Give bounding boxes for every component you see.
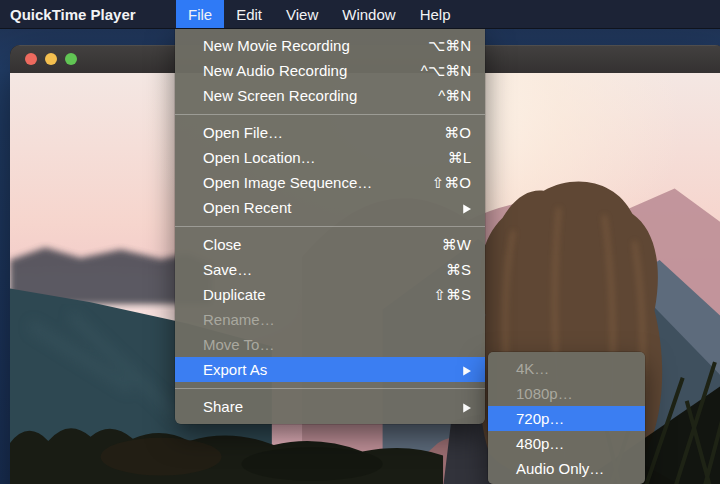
menu-item-label: Move To…	[203, 336, 471, 353]
menu-item-export-as[interactable]: Export As ▶	[175, 357, 485, 382]
menu-item-open-recent[interactable]: Open Recent ▶	[175, 195, 485, 220]
menubar-item-help[interactable]: Help	[408, 0, 463, 28]
close-button[interactable]	[25, 53, 37, 65]
menu-item-new-screen-recording[interactable]: New Screen Recording ^⌘N	[175, 83, 485, 108]
submenu-item-audio-only[interactable]: Audio Only…	[488, 456, 645, 481]
submenu-arrow-icon: ▶	[463, 201, 471, 214]
menu-item-open-location[interactable]: Open Location… ⌘L	[175, 145, 485, 170]
menu-item-label: Open Location…	[203, 149, 436, 166]
menu-item-open-image-sequence[interactable]: Open Image Sequence… ⇧⌘O	[175, 170, 485, 195]
menu-item-label: 720p…	[516, 410, 631, 427]
menu-separator	[175, 388, 485, 389]
menubar-item-view[interactable]: View	[274, 0, 330, 28]
menu-item-label: 480p…	[516, 435, 631, 452]
menu-item-label: New Movie Recording	[203, 37, 416, 54]
menu-item-label: New Screen Recording	[203, 87, 426, 104]
submenu-arrow-icon: ▶	[463, 400, 471, 413]
menu-item-duplicate[interactable]: Duplicate ⇧⌘S	[175, 282, 485, 307]
menu-item-shortcut: ⇧⌘O	[432, 174, 471, 192]
menu-item-label: Rename…	[203, 311, 471, 328]
menu-item-label: Close	[203, 236, 430, 253]
menu-item-label: 1080p…	[516, 385, 631, 402]
menu-item-shortcut: ^⌘N	[438, 87, 471, 105]
submenu-item-720p[interactable]: 720p…	[488, 406, 645, 431]
submenu-item-4k: 4K…	[488, 356, 645, 381]
menubar-item-edit[interactable]: Edit	[224, 0, 274, 28]
menu-item-label: Save…	[203, 261, 434, 278]
menu-separator	[175, 226, 485, 227]
submenu-arrow-icon: ▶	[463, 363, 471, 376]
menu-item-save[interactable]: Save… ⌘S	[175, 257, 485, 282]
menu-item-label: Duplicate	[203, 286, 421, 303]
minimize-button[interactable]	[45, 53, 57, 65]
menu-item-shortcut: ⌘L	[448, 149, 471, 167]
menu-item-label: Share	[203, 398, 451, 415]
menu-item-label: Audio Only…	[516, 460, 631, 477]
menu-item-shortcut: ⇧⌘S	[433, 286, 471, 304]
menu-item-rename: Rename…	[175, 307, 485, 332]
menu-item-label: New Audio Recording	[203, 62, 409, 79]
app-menu-title[interactable]: QuickTime Player	[0, 0, 176, 28]
menu-item-open-file[interactable]: Open File… ⌘O	[175, 120, 485, 145]
menu-item-new-movie-recording[interactable]: New Movie Recording ⌥⌘N	[175, 33, 485, 58]
menu-item-shortcut: ⌘O	[444, 124, 471, 142]
export-as-submenu: 4K… 1080p… 720p… 480p… Audio Only…	[488, 352, 645, 484]
menu-item-label: Export As	[203, 361, 451, 378]
menu-item-shortcut: ⌥⌘N	[428, 37, 471, 55]
file-menu: New Movie Recording ⌥⌘N New Audio Record…	[175, 29, 485, 424]
menu-separator	[175, 114, 485, 115]
menu-item-move-to: Move To…	[175, 332, 485, 357]
menu-bar: QuickTime Player File Edit View Window H…	[0, 0, 720, 29]
menu-item-close[interactable]: Close ⌘W	[175, 232, 485, 257]
menu-item-label: Open Recent	[203, 199, 451, 216]
menubar-item-window[interactable]: Window	[330, 0, 407, 28]
submenu-item-480p[interactable]: 480p…	[488, 431, 645, 456]
menu-item-label: Open Image Sequence…	[203, 174, 420, 191]
menu-item-label: 4K…	[516, 360, 631, 377]
submenu-item-1080p: 1080p…	[488, 381, 645, 406]
menu-item-shortcut: ⌘S	[446, 261, 471, 279]
menu-item-shortcut: ⌘W	[442, 236, 471, 254]
zoom-button[interactable]	[65, 53, 77, 65]
menu-item-share[interactable]: Share ▶	[175, 394, 485, 419]
menu-item-label: Open File…	[203, 124, 432, 141]
menu-item-shortcut: ^⌥⌘N	[421, 62, 471, 80]
menu-item-new-audio-recording[interactable]: New Audio Recording ^⌥⌘N	[175, 58, 485, 83]
menubar-item-file[interactable]: File	[176, 0, 224, 28]
